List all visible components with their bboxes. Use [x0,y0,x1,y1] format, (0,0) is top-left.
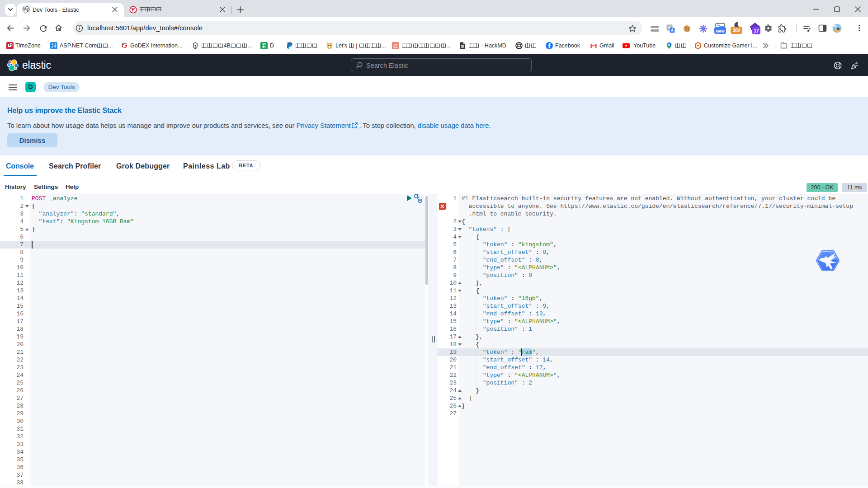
svg-text:G: G [393,42,398,49]
svg-text:302: 302 [733,28,741,33]
svg-text:17: 17 [754,28,759,33]
svg-text:New: New [716,28,725,33]
